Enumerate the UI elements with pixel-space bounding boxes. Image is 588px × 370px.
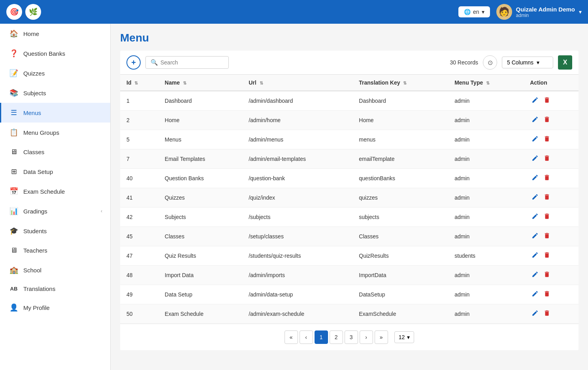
filter-icon: ⊙: [488, 59, 493, 66]
cell-translation-key: DataSetup: [352, 285, 448, 304]
cell-menu-type: admin: [448, 227, 524, 246]
cell-url: /admin/home: [242, 111, 352, 130]
delete-button[interactable]: [542, 96, 552, 106]
edit-button[interactable]: [530, 289, 540, 300]
cell-name: Email Templates: [158, 149, 242, 169]
cell-action: [524, 266, 579, 285]
delete-button[interactable]: [542, 231, 552, 242]
per-page-select[interactable]: 12 ▾: [394, 331, 415, 343]
cell-name: Classes: [158, 227, 242, 246]
sidebar-item-teachers[interactable]: 🖥 Teachers: [0, 241, 110, 260]
cell-name: Exam Schedule: [158, 304, 242, 324]
delete-button[interactable]: [542, 173, 552, 183]
sidebar-item-my-profile[interactable]: 👤 My Profile: [0, 298, 110, 317]
delete-button[interactable]: [542, 115, 552, 125]
edit-button[interactable]: [530, 270, 540, 280]
logo-group: 🎯 🌿: [6, 4, 41, 20]
cell-id: 47: [120, 246, 158, 266]
quizzes-icon: 📝: [9, 69, 19, 77]
edit-button[interactable]: [530, 115, 540, 125]
sidebar-item-quizzes[interactable]: 📝 Quizzes: [0, 63, 110, 83]
col-translation-key[interactable]: Translation Key ⇅: [352, 75, 448, 91]
delete-button[interactable]: [542, 270, 552, 280]
cell-menu-type: admin: [448, 188, 524, 208]
edit-button[interactable]: [530, 212, 540, 222]
language-button[interactable]: 🌐 en ▾: [458, 6, 490, 17]
cell-menu-type: admin: [448, 130, 524, 149]
cell-translation-key: emailTemplate: [352, 149, 448, 169]
first-page-button[interactable]: «: [285, 330, 298, 344]
table-row: 1 Dashboard /admin/dashboard Dashboard a…: [120, 91, 579, 111]
cell-name: Dashboard: [158, 91, 242, 111]
sidebar-item-menu-groups[interactable]: 📋 Menu Groups: [0, 123, 110, 142]
user-name: Quizale Admin Demo: [516, 6, 575, 13]
cell-id: 45: [120, 227, 158, 246]
cell-id: 41: [120, 188, 158, 208]
prev-page-button[interactable]: ‹: [300, 330, 313, 344]
page-3-button[interactable]: 3: [345, 330, 358, 344]
cell-translation-key: menus: [352, 130, 448, 149]
pagination: « ‹ 1 2 3 › » 12 ▾: [120, 324, 579, 350]
sidebar-item-classes[interactable]: 🖥 Classes: [0, 142, 110, 162]
sidebar-item-question-banks[interactable]: ❓ Question Banks: [0, 43, 110, 63]
sort-name-icon: ⇅: [183, 81, 187, 85]
search-wrapper: 🔍: [145, 56, 229, 69]
cell-action: [524, 285, 579, 304]
delete-button[interactable]: [542, 212, 552, 222]
sidebar-item-subjects[interactable]: 📚 Subjects: [0, 83, 110, 103]
table-row: 5 Menus /admin/menus menus admin: [120, 130, 579, 149]
cell-url: /students/quiz-results: [242, 246, 352, 266]
cell-id: 42: [120, 208, 158, 227]
next-page-button[interactable]: ›: [360, 330, 373, 344]
cell-id: 5: [120, 130, 158, 149]
page-1-button[interactable]: 1: [315, 330, 328, 344]
sidebar-item-translations[interactable]: AB Translations: [0, 280, 110, 298]
cell-id: 50: [120, 304, 158, 324]
delete-button[interactable]: [542, 309, 552, 319]
delete-button[interactable]: [542, 251, 552, 261]
sidebar-item-gradings[interactable]: 📊 Gradings ‹: [0, 201, 110, 221]
table-row: 2 Home /admin/home Home admin: [120, 111, 579, 130]
edit-button[interactable]: [530, 251, 540, 261]
sidebar-item-data-setup[interactable]: ⊞ Data Setup: [0, 162, 110, 181]
columns-select[interactable]: 5 Columns ▾: [502, 57, 553, 68]
col-name[interactable]: Name ⇅: [158, 75, 242, 91]
cell-url: /quiz/index: [242, 188, 352, 208]
sidebar-item-home[interactable]: 🏠 Home: [0, 24, 110, 43]
table-row: 41 Quizzes /quiz/index quizzes admin: [120, 188, 579, 208]
edit-button[interactable]: [530, 173, 540, 183]
sidebar-label-quizzes: Quizzes: [23, 70, 45, 77]
delete-button[interactable]: [542, 154, 552, 164]
sidebar-item-school[interactable]: 🏫 School: [0, 260, 110, 280]
page-2-button[interactable]: 2: [330, 330, 343, 344]
filter-button[interactable]: ⊙: [483, 55, 497, 70]
add-button[interactable]: +: [126, 55, 141, 70]
col-id[interactable]: Id ⇅: [120, 75, 158, 91]
edit-button[interactable]: [530, 134, 540, 145]
sidebar-item-menus[interactable]: ☰ Menus: [0, 103, 110, 123]
col-menu-type[interactable]: Menu Type ⇅: [448, 75, 524, 91]
delete-button[interactable]: [542, 134, 552, 145]
search-input[interactable]: [160, 59, 224, 66]
sidebar-item-exam-schedule[interactable]: 📅 Exam Schedule: [0, 181, 110, 201]
sort-url-icon: ⇅: [260, 81, 263, 85]
edit-button[interactable]: [530, 231, 540, 242]
last-page-button[interactable]: »: [375, 330, 388, 344]
delete-button[interactable]: [542, 193, 552, 203]
sidebar-item-students[interactable]: 🎓 Students: [0, 221, 110, 241]
search-icon: 🔍: [151, 59, 158, 66]
export-button[interactable]: X: [558, 55, 572, 70]
columns-label: 5 Columns: [507, 59, 533, 66]
cell-menu-type: admin: [448, 149, 524, 169]
sidebar-label-data-setup: Data Setup: [23, 168, 53, 175]
cell-action: [524, 227, 579, 246]
col-url[interactable]: Url ⇅: [242, 75, 352, 91]
edit-button[interactable]: [530, 193, 540, 203]
cell-translation-key: ImportData: [352, 266, 448, 285]
edit-button[interactable]: [530, 154, 540, 164]
user-menu[interactable]: 🧑 Quizale Admin Demo admin ▾: [496, 4, 582, 20]
edit-button[interactable]: [530, 309, 540, 319]
edit-button[interactable]: [530, 96, 540, 106]
delete-button[interactable]: [542, 289, 552, 300]
cell-menu-type: admin: [448, 266, 524, 285]
